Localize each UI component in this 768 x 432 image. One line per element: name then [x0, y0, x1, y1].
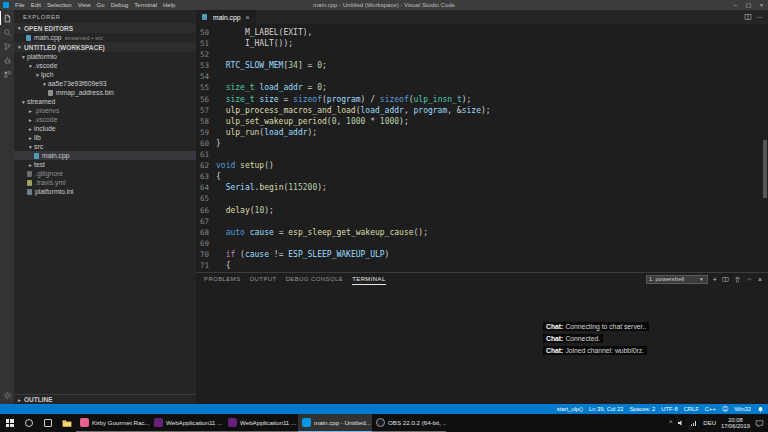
- menu-selection[interactable]: Selection: [44, 0, 75, 10]
- cortana-search-button[interactable]: [19, 414, 38, 432]
- shell-select-value: 1: powershell: [649, 276, 684, 282]
- tree-item-streamed[interactable]: ▾streamed: [14, 97, 196, 106]
- code-line-52: 52: [196, 49, 768, 60]
- status-item-c[interactable]: C++: [705, 404, 716, 414]
- maximize-button[interactable]: ▢: [742, 0, 755, 10]
- code-editor[interactable]: 50 M_LABEL(EXIT),51 I_HALT());5253 RTC_S…: [196, 24, 768, 272]
- editor-actions: ···: [744, 10, 768, 24]
- notification-center-icon[interactable]: [755, 419, 764, 428]
- tree-item-gitignore[interactable]: .gitignore: [14, 169, 196, 178]
- taskbar-app-webapplication11[interactable]: WebApplication11 ...: [224, 414, 298, 432]
- close-button[interactable]: ×: [755, 0, 768, 10]
- tree-item-test[interactable]: ▸test: [14, 160, 196, 169]
- chevron-down-icon: ▾: [41, 81, 48, 87]
- tree-item-platformio[interactable]: ▾platformio: [14, 52, 196, 61]
- tree-item-pioenvs[interactable]: ▸.pioenvs: [14, 106, 196, 115]
- outline-header[interactable]: ▸ OUTLINE: [14, 394, 196, 404]
- status-item-spaces-2[interactable]: Spaces: 2: [629, 404, 655, 414]
- tray-expand-icon[interactable]: ^: [669, 414, 672, 432]
- line-number: 59: [196, 127, 216, 138]
- status-item-ln-39-col-22[interactable]: Ln 39, Col 22: [589, 404, 623, 414]
- clock[interactable]: 20:08 17/06/2019: [721, 417, 750, 430]
- tree-item-mmap-address-bin[interactable]: mmap_address.bin: [14, 88, 196, 97]
- editor-area: main.cpp × ··· 50 M_LABEL(EXIT),51 I_HAL…: [196, 10, 768, 404]
- split-terminal-icon[interactable]: [722, 276, 729, 283]
- tree-item-main-cpp[interactable]: main.cpp: [14, 151, 196, 160]
- taskbar-app-main-cpp-untitled[interactable]: main.cpp - Untitled...: [298, 414, 372, 432]
- more-actions-icon[interactable]: ···: [757, 14, 764, 21]
- terminal[interactable]: Chat:Connecting to chat server..Chat:Con…: [196, 285, 768, 404]
- maximize-panel-icon[interactable]: [746, 276, 753, 283]
- tree-item-label: .vscode: [34, 62, 57, 69]
- close-panel-icon[interactable]: ×: [758, 275, 762, 284]
- tree-item-vscode[interactable]: ▸.vscode: [14, 115, 196, 124]
- tree-item-travis-yml[interactable]: .travis.yml: [14, 178, 196, 187]
- split-editor-icon[interactable]: [744, 13, 752, 21]
- workspace-header[interactable]: ▾ UNTITLED (WORKSPACE): [14, 42, 196, 52]
- activity-source-control-button[interactable]: [0, 39, 14, 53]
- taskbar-app-webapplication11[interactable]: WebApplication11 ...: [150, 414, 224, 432]
- activity-debug-button[interactable]: [0, 53, 14, 67]
- task-view-button[interactable]: [38, 414, 57, 432]
- file-explorer-button[interactable]: [57, 414, 76, 432]
- debug-icon: [3, 56, 12, 65]
- code-line-62: 62void setup(): [196, 160, 768, 171]
- activity-explorer-button[interactable]: [0, 11, 14, 25]
- tree-item-lib[interactable]: ▸lib: [14, 133, 196, 142]
- status-item-crlf[interactable]: CRLF: [684, 404, 699, 414]
- chevron-right-icon: ▸: [27, 108, 34, 114]
- minimize-button[interactable]: –: [729, 0, 742, 10]
- notifications-bell-icon[interactable]: [757, 406, 764, 413]
- volume-icon[interactable]: [677, 419, 685, 427]
- activity-settings-gear-button[interactable]: [0, 388, 14, 402]
- file-icon: [26, 35, 31, 41]
- code-line-57: 57 ulp_process_macros_and_load(load_addr…: [196, 105, 768, 116]
- menu-help[interactable]: Help: [160, 0, 178, 10]
- start-button[interactable]: [0, 414, 19, 432]
- code-line-61: 61: [196, 149, 768, 160]
- status-item-utf-8[interactable]: UTF-8: [661, 404, 677, 414]
- tree-item-vscode[interactable]: ▾.vscode: [14, 61, 196, 70]
- open-editors-header[interactable]: ▾ OPEN EDITORS: [14, 23, 196, 33]
- menu-file[interactable]: File: [12, 0, 28, 10]
- tree-item-src[interactable]: ▾src: [14, 142, 196, 151]
- new-terminal-icon[interactable]: +: [713, 275, 717, 284]
- kill-terminal-icon[interactable]: [734, 276, 741, 283]
- keyboard-language[interactable]: DEU: [703, 420, 716, 426]
- menu-view[interactable]: View: [75, 0, 94, 10]
- code-line-71: 71 {: [196, 260, 768, 271]
- network-icon[interactable]: [690, 419, 698, 427]
- source-control-icon: [3, 42, 12, 51]
- panel-tab-terminal[interactable]: TERMINAL: [352, 273, 386, 285]
- tree-item-lpch[interactable]: ▾lpch: [14, 70, 196, 79]
- tab-main-cpp[interactable]: main.cpp ×: [196, 10, 256, 24]
- panel-tab-debug-console[interactable]: DEBUG CONSOLE: [286, 273, 344, 285]
- terminal-shell-select[interactable]: 1: powershell ▾: [646, 275, 708, 284]
- menu-go[interactable]: Go: [94, 0, 108, 10]
- line-number: 54: [196, 71, 216, 82]
- status-item-start-ulp[interactable]: start_ulp(): [557, 404, 583, 414]
- code-line-69: 69: [196, 238, 768, 249]
- activity-extensions-button[interactable]: [0, 67, 14, 81]
- menu-edit[interactable]: Edit: [28, 0, 44, 10]
- close-tab-icon[interactable]: ×: [246, 14, 250, 21]
- code-line-70: 70 if (cause != ESP_SLEEP_WAKEUP_ULP): [196, 249, 768, 260]
- panel-tab-output[interactable]: OUTPUT: [250, 273, 277, 285]
- menu-debug[interactable]: Debug: [108, 0, 132, 10]
- tree-item-include[interactable]: ▸include: [14, 124, 196, 133]
- tree-item-label: .pioenvs: [34, 107, 59, 114]
- taskbar-app-obs-22-0-2-64-bit[interactable]: OBS 22.0.2 (64-bit, ...: [372, 414, 446, 432]
- feedback-smiley-icon[interactable]: ☺: [722, 404, 729, 414]
- editor-scrollbar[interactable]: [763, 140, 767, 198]
- code-text: ulp_set_wakeup_period(0, 1000 * 1000);: [216, 116, 409, 127]
- open-editor-main-cpp[interactable]: main.cppstreamed • src: [14, 33, 196, 42]
- panel-tab-problems[interactable]: PROBLEMS: [204, 273, 241, 285]
- menu-terminal[interactable]: Terminal: [131, 0, 160, 10]
- activity-search-button[interactable]: [0, 25, 14, 39]
- tree-item-platformio-ini[interactable]: platformio.ini: [14, 187, 196, 196]
- title-bar: FileEditSelectionViewGoDebugTerminalHelp…: [0, 0, 768, 10]
- taskbar-app-kirby-gourmet-rac[interactable]: Kirby Gourmet Rac...: [76, 414, 150, 432]
- line-number: 50: [196, 27, 216, 38]
- status-item-win32[interactable]: Win32: [735, 404, 751, 414]
- tree-item-aa5e73e93f609e93[interactable]: ▾aa5e73e93f609e93: [14, 79, 196, 88]
